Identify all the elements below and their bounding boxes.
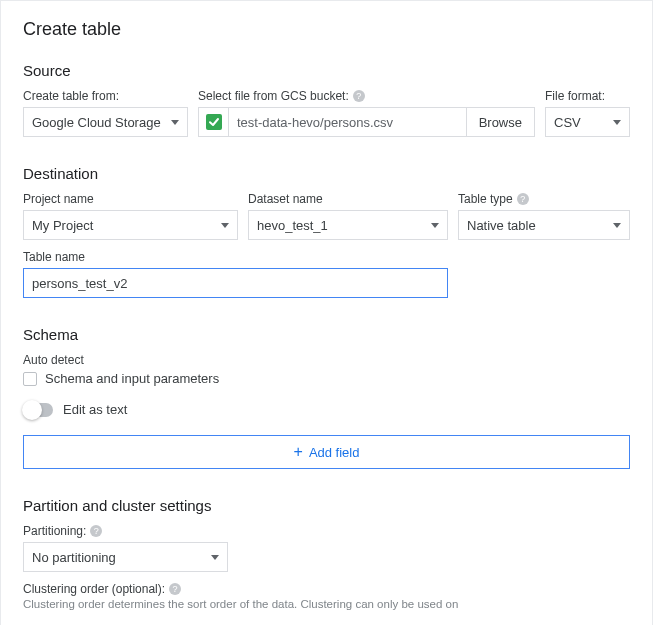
page-title: Create table bbox=[23, 19, 630, 40]
create-table-from-label: Create table from: bbox=[23, 89, 188, 103]
section-partition-heading: Partition and cluster settings bbox=[23, 497, 630, 514]
browse-button[interactable]: Browse bbox=[466, 107, 535, 137]
auto-detect-desc: Schema and input parameters bbox=[45, 371, 219, 386]
gcs-path-input[interactable] bbox=[228, 107, 466, 137]
project-name-label: Project name bbox=[23, 192, 238, 206]
edit-as-text-toggle[interactable] bbox=[23, 403, 53, 417]
help-icon[interactable]: ? bbox=[169, 583, 181, 595]
help-icon[interactable]: ? bbox=[517, 193, 529, 205]
section-source-heading: Source bbox=[23, 62, 630, 79]
gcs-bucket-label: Select file from GCS bucket: bbox=[198, 89, 349, 103]
dataset-name-select[interactable]: hevo_test_1 bbox=[248, 210, 448, 240]
gcs-verified-icon bbox=[198, 107, 228, 137]
create-table-from-value: Google Cloud Storage bbox=[32, 115, 161, 130]
dataset-name-value: hevo_test_1 bbox=[257, 218, 328, 233]
partitioning-label: Partitioning: bbox=[23, 524, 86, 538]
edit-as-text-label: Edit as text bbox=[63, 402, 127, 417]
create-table-panel: Create table Source Create table from: G… bbox=[0, 0, 653, 625]
project-name-value: My Project bbox=[32, 218, 93, 233]
dataset-name-label: Dataset name bbox=[248, 192, 448, 206]
clustering-hint: Clustering order determines the sort ord… bbox=[23, 598, 630, 610]
table-type-value: Native table bbox=[467, 218, 536, 233]
chevron-down-icon bbox=[431, 223, 439, 228]
chevron-down-icon bbox=[171, 120, 179, 125]
section-schema-heading: Schema bbox=[23, 326, 630, 343]
table-name-label: Table name bbox=[23, 250, 448, 264]
auto-detect-checkbox[interactable] bbox=[23, 372, 37, 386]
svg-rect-0 bbox=[206, 114, 222, 130]
file-format-label: File format: bbox=[545, 89, 630, 103]
create-table-from-select[interactable]: Google Cloud Storage bbox=[23, 107, 188, 137]
partitioning-value: No partitioning bbox=[32, 550, 116, 565]
plus-icon: + bbox=[294, 444, 303, 460]
table-type-label: Table type bbox=[458, 192, 513, 206]
project-name-select[interactable]: My Project bbox=[23, 210, 238, 240]
add-field-button[interactable]: + Add field bbox=[23, 435, 630, 469]
help-icon[interactable]: ? bbox=[353, 90, 365, 102]
table-name-input-wrap bbox=[23, 268, 448, 298]
clustering-order-label: Clustering order (optional): bbox=[23, 582, 165, 596]
table-type-select[interactable]: Native table bbox=[458, 210, 630, 240]
section-destination-heading: Destination bbox=[23, 165, 630, 182]
help-icon[interactable]: ? bbox=[90, 525, 102, 537]
chevron-down-icon bbox=[613, 120, 621, 125]
chevron-down-icon bbox=[613, 223, 621, 228]
add-field-label: Add field bbox=[309, 445, 360, 460]
table-name-input[interactable] bbox=[32, 269, 439, 297]
file-format-value: CSV bbox=[554, 115, 581, 130]
auto-detect-label: Auto detect bbox=[23, 353, 630, 367]
chevron-down-icon bbox=[221, 223, 229, 228]
partitioning-select[interactable]: No partitioning bbox=[23, 542, 228, 572]
chevron-down-icon bbox=[211, 555, 219, 560]
file-format-select[interactable]: CSV bbox=[545, 107, 630, 137]
